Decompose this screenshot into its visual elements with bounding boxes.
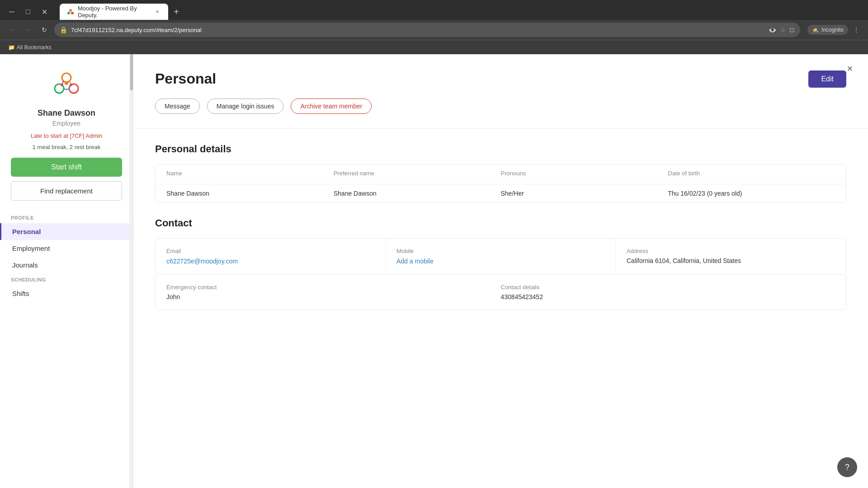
svg-point-0 (69, 9, 72, 12)
window-close-button[interactable]: ✕ (38, 5, 51, 18)
address-icons: 👁️ ☆ ⊡ (769, 26, 795, 33)
svg-point-2 (71, 12, 74, 14)
personal-details-table: Name Preferred name Pronouns Date of bir… (155, 164, 846, 203)
user-role: Employee (52, 120, 80, 127)
folder-icon: 📁 (8, 44, 15, 51)
preferred-name-col-value: Shane Dawson (334, 190, 501, 197)
back-button[interactable]: ← (5, 23, 18, 36)
archive-button[interactable]: Archive team member (291, 99, 372, 114)
help-icon: ? (845, 463, 849, 472)
forward-button[interactable]: → (22, 23, 34, 36)
bookmarks-label: All Bookmarks (17, 44, 52, 51)
address-value: California 6104, California, United Stat… (627, 257, 835, 264)
emergency-contact-label: Emergency contact (166, 284, 501, 291)
dob-value: Thu 16/02/23 (0 years old) (668, 190, 835, 197)
emergency-grid: Emergency contact John Contact details 4… (156, 275, 846, 310)
sidebar-item-employment[interactable]: Employment (0, 240, 133, 257)
personal-details-section: Personal details Name Preferred name Pro… (133, 129, 868, 217)
tab-favicon (67, 8, 74, 15)
contact-grid: Email c622725e@moodjoy.com Mobile Add a … (155, 238, 846, 275)
svg-point-1 (67, 12, 70, 14)
preferred-name-col-header: Preferred name (334, 170, 501, 178)
name-col-header: Name (166, 170, 334, 178)
app-container: Shane Dawson Employee Late to start at [… (0, 54, 868, 488)
modal-close-button[interactable]: × (843, 61, 857, 76)
sidebar-scrollbar (129, 54, 133, 488)
incognito-icon: 🕵️ (812, 27, 819, 33)
window-controls: ─ □ ✕ (5, 5, 51, 18)
dob-col-header: Date of birth (668, 170, 835, 178)
sidebar-employment-label: Employment (12, 244, 50, 252)
email-cell: Email c622725e@moodjoy.com (156, 239, 386, 274)
bookmarks-bar: 📁 All Bookmarks (0, 40, 868, 54)
svg-point-8 (70, 84, 72, 86)
sidebar-scrollbar-thumb[interactable] (130, 54, 133, 90)
sidebar: Shane Dawson Employee Late to start at [… (0, 54, 133, 488)
dob-label: Date of birth (668, 170, 835, 177)
dob-col-value: Thu 16/02/23 (0 years old) (668, 190, 835, 197)
name-label: Name (166, 170, 334, 177)
star-icon: ☆ (780, 26, 786, 33)
split-view-icon: ⊡ (789, 26, 795, 33)
tab-title: Moodjoy - Powered By Deputy. (78, 5, 150, 19)
contact-details-label: Contact details (501, 284, 835, 291)
action-buttons: Message Manage login issues Archive team… (133, 99, 868, 129)
pronouns-value: She/Her (501, 190, 668, 197)
contact-section: Contact Email c622725e@moodjoy.com Mobil… (133, 217, 868, 324)
manage-login-button[interactable]: Manage login issues (207, 99, 284, 114)
sidebar-journals-label: Journals (12, 261, 38, 269)
svg-point-6 (65, 81, 68, 85)
bookmarks-folder[interactable]: 📁 All Bookmarks (5, 43, 54, 52)
personal-details-header-row: Name Preferred name Pronouns Date of bir… (156, 164, 846, 184)
svg-point-7 (61, 84, 63, 86)
address-bar[interactable]: 🔒 👁️ ☆ ⊡ (54, 23, 800, 37)
find-replacement-button[interactable]: Find replacement (11, 181, 122, 201)
incognito-badge: 🕵️ Incognito (807, 25, 848, 35)
address-label: Address (627, 248, 835, 254)
lock-icon: 🔒 (60, 26, 67, 33)
tab-close-button[interactable]: × (154, 8, 161, 16)
toolbar-right: 🕵️ Incognito ⋮ (807, 23, 863, 36)
url-input[interactable] (71, 27, 765, 33)
sidebar-item-personal[interactable]: Personal (0, 223, 133, 240)
minimize-button[interactable]: ─ (5, 5, 18, 18)
contact-details-cell: Contact details 430845423452 (501, 284, 835, 300)
page-header: Personal Edit (133, 54, 868, 99)
mobile-label: Mobile (396, 248, 604, 254)
late-notice: Late to start at [7CF] Admin (24, 132, 109, 139)
refresh-button[interactable]: ↻ (38, 23, 51, 36)
edit-button[interactable]: Edit (808, 70, 846, 88)
sidebar-personal-label: Personal (12, 228, 41, 235)
new-tab-button[interactable]: + (170, 5, 183, 18)
pronouns-label: Pronouns (501, 170, 668, 177)
sidebar-item-shifts[interactable]: Shifts (0, 285, 133, 302)
sidebar-shifts-label: Shifts (12, 290, 29, 297)
logo-container (48, 65, 85, 103)
preferred-name-value: Shane Dawson (334, 190, 501, 197)
email-label: Email (166, 248, 374, 254)
incognito-label: Incognito (821, 27, 844, 33)
sidebar-item-journals[interactable]: Journals (0, 257, 133, 273)
maximize-button[interactable]: □ (22, 5, 34, 18)
help-button[interactable]: ? (837, 457, 857, 477)
preferred-name-label: Preferred name (334, 170, 501, 177)
pronouns-col-header: Pronouns (501, 170, 668, 178)
email-link[interactable]: c622725e@moodjoy.com (166, 258, 238, 265)
contact-section-title: Contact (155, 217, 846, 229)
user-name: Shane Dawson (38, 108, 95, 118)
name-value: Shane Dawson (166, 190, 334, 197)
app-logo (48, 65, 85, 101)
mobile-link[interactable]: Add a mobile (396, 258, 434, 265)
scheduling-section-label: SCHEDULING (0, 273, 133, 285)
active-tab[interactable]: Moodjoy - Powered By Deputy. × (60, 4, 168, 20)
mobile-cell: Mobile Add a mobile (386, 239, 616, 274)
emergency-contact-value: John (166, 293, 501, 300)
personal-details-data-row: Shane Dawson Shane Dawson She/Her Thu 16… (156, 184, 846, 202)
browser-chrome: ─ □ ✕ Moodjoy - Powered By Deputy. × + ← (0, 0, 868, 54)
personal-details-title: Personal details (155, 143, 846, 155)
message-button[interactable]: Message (155, 99, 200, 114)
page-title: Personal (155, 70, 216, 87)
start-shift-button[interactable]: Start shift (11, 158, 122, 177)
emergency-row: Emergency contact John Contact details 4… (155, 275, 846, 310)
more-options-button[interactable]: ⋮ (850, 23, 863, 36)
